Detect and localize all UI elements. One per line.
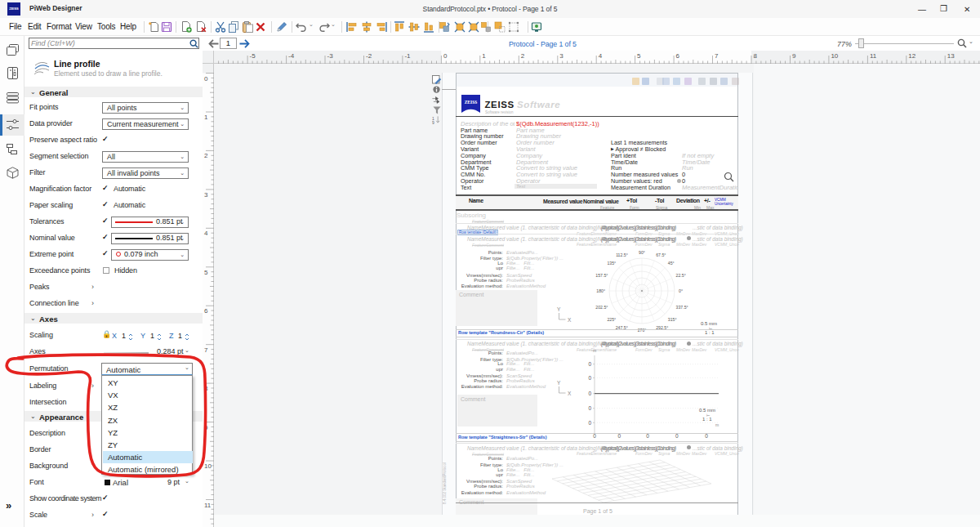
svg-text:10: 10 bbox=[831, 52, 838, 60]
svg-text:-2: -2 bbox=[366, 52, 372, 60]
svg-text:4: 4 bbox=[599, 52, 603, 60]
svg-text:0: 0 bbox=[443, 52, 448, 60]
svg-text:315°: 315° bbox=[668, 317, 677, 322]
svg-text:225°: 225° bbox=[607, 317, 616, 322]
svg-text:0°: 0° bbox=[679, 288, 683, 293]
svg-text:12: 12 bbox=[908, 52, 915, 60]
svg-text:90°: 90° bbox=[639, 250, 645, 255]
svg-text:0: 0 bbox=[588, 405, 591, 411]
svg-text:X: X bbox=[568, 317, 572, 323]
svg-text:-4: -4 bbox=[288, 52, 295, 60]
svg-text:337.5°: 337.5° bbox=[676, 305, 688, 310]
svg-text:0: 0 bbox=[593, 433, 596, 439]
svg-text:7: 7 bbox=[204, 346, 208, 354]
svg-text:67.5°: 67.5° bbox=[656, 252, 666, 257]
svg-text:-3: -3 bbox=[327, 52, 334, 60]
svg-text:4: 4 bbox=[204, 230, 208, 237]
svg-text:6: 6 bbox=[204, 307, 208, 315]
svg-text:11: 11 bbox=[870, 52, 877, 60]
svg-text:Y: Y bbox=[557, 306, 561, 312]
svg-text:ZEISS: ZEISS bbox=[464, 100, 477, 105]
svg-text:X: X bbox=[568, 391, 572, 396]
svg-text:22.5°: 22.5° bbox=[676, 273, 686, 278]
svg-text:5: 5 bbox=[204, 269, 208, 276]
svg-text:0: 0 bbox=[588, 375, 591, 381]
svg-text:5: 5 bbox=[637, 52, 641, 60]
svg-text:0: 0 bbox=[588, 391, 591, 396]
svg-text:180°: 180° bbox=[596, 288, 605, 293]
svg-text:7: 7 bbox=[715, 52, 719, 60]
svg-text:202.5°: 202.5° bbox=[595, 305, 608, 310]
svg-text:-5: -5 bbox=[250, 52, 256, 60]
svg-text:112.5°: 112.5° bbox=[616, 252, 628, 257]
svg-text:10: 10 bbox=[204, 462, 212, 470]
svg-text:3: 3 bbox=[559, 52, 564, 60]
svg-text:13: 13 bbox=[947, 52, 955, 60]
svg-text:0: 0 bbox=[588, 361, 591, 367]
svg-text:0: 0 bbox=[675, 433, 679, 439]
svg-text:45°: 45° bbox=[668, 261, 675, 266]
svg-text:9: 9 bbox=[792, 52, 796, 60]
svg-text:1: 1 bbox=[204, 114, 208, 121]
svg-text:0: 0 bbox=[705, 433, 708, 439]
svg-text:1: 1 bbox=[482, 52, 486, 60]
svg-text:3: 3 bbox=[204, 191, 208, 199]
svg-text:6: 6 bbox=[676, 52, 680, 60]
svg-text:8: 8 bbox=[754, 52, 758, 60]
svg-text:-1: -1 bbox=[404, 52, 411, 60]
svg-text:0: 0 bbox=[646, 433, 649, 439]
svg-text:135°: 135° bbox=[607, 261, 616, 266]
svg-text:2: 2 bbox=[204, 152, 208, 159]
svg-text:11: 11 bbox=[204, 502, 212, 509]
svg-text:8: 8 bbox=[204, 385, 208, 392]
svg-text:0: 0 bbox=[618, 433, 621, 439]
svg-text:Y: Y bbox=[557, 380, 561, 386]
svg-text:0: 0 bbox=[204, 75, 208, 83]
svg-text:0: 0 bbox=[588, 420, 591, 426]
svg-text:9: 9 bbox=[432, 120, 434, 124]
svg-text:157.5°: 157.5° bbox=[595, 273, 608, 278]
svg-text:2: 2 bbox=[521, 52, 525, 60]
svg-text:9: 9 bbox=[204, 424, 208, 431]
